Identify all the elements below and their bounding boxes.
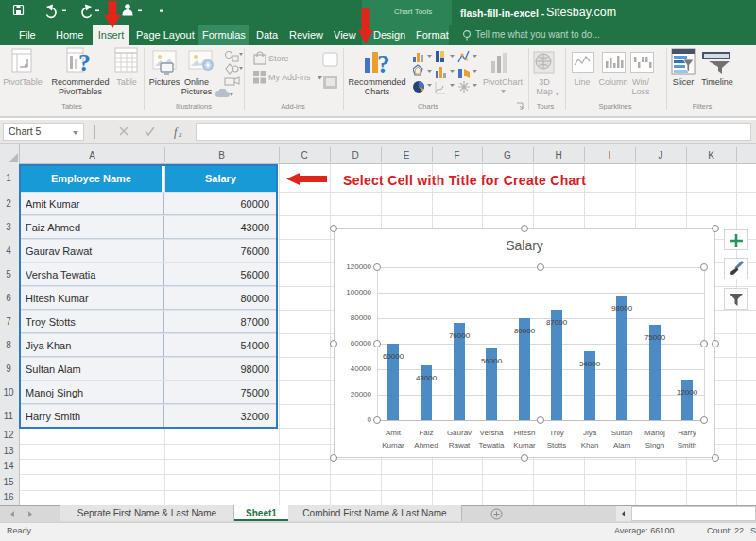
svg-text:?: ? [377,50,390,76]
svg-text:?: ? [78,49,91,75]
svg-text:Tell me what you want to do...: Tell me what you want to do... [475,29,600,40]
svg-text:x: x [178,130,182,139]
